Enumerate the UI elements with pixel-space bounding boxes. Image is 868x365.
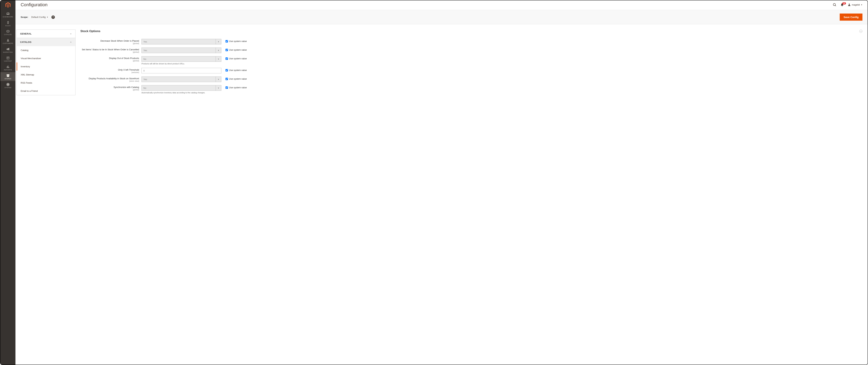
chevron-down-icon: ▼ [216,48,221,53]
field-note: Products will still be shown by direct p… [142,63,221,65]
search-icon[interactable] [833,3,837,7]
tab-rss-feeds[interactable]: RSS Feeds [17,79,75,87]
use-system-label: Use system value [229,69,247,71]
user-icon [848,3,851,6]
nav-marketing[interactable]: MARKETING [0,46,16,55]
nav-dashboard[interactable]: DASHBOARD [0,10,16,19]
nav-catalog[interactable]: CATALOG [0,28,16,37]
field-label: Synchronize with Catalog [81,86,139,89]
user-menu[interactable]: magebit ▼ [848,3,863,6]
field-select-1[interactable]: Yes▼ [142,47,221,53]
use-system-label: Use system value [229,77,247,80]
gear-icon [6,83,10,86]
field-note: Automatically synchronize inventory data… [142,92,221,94]
field-select-5[interactable]: No▼ [142,85,221,91]
field-label: Set Items' Status to be In Stock When Or… [81,48,139,51]
nav-content[interactable]: CONTENT [0,55,16,63]
chevron-down-icon: ▼ [216,56,221,62]
field-select-4[interactable]: Yes▼ [142,76,221,82]
chevron-down-icon: ▼ [861,4,863,6]
field-input-3[interactable] [142,68,221,73]
field-scope: [global] [81,60,139,62]
use-system-label: Use system value [229,40,247,42]
field-scope: [global] [81,89,139,91]
field-label: Only X left Threshold [81,69,139,71]
box-icon [6,30,10,33]
megaphone-icon [6,47,10,51]
dollar-icon [6,21,10,24]
use-system-checkbox-5[interactable] [225,87,228,89]
field-select-2[interactable]: No▼ [142,56,221,62]
config-tabs: GENERAL CATALOG Catalog Visual Merchandi… [17,30,75,97]
use-system-checkbox-1[interactable] [225,49,228,51]
nav-reports[interactable]: REPORTS [0,63,16,72]
field-select-0[interactable]: Yes▼ [142,39,221,44]
tab-visual-merchandiser[interactable]: Visual Merchandiser [17,54,75,62]
save-config-button[interactable]: Save Config [840,13,863,21]
notifications-icon[interactable]: 39 [840,3,844,7]
field-scope: [global] [81,51,139,53]
use-system-label: Use system value [229,57,247,60]
layout-icon [6,56,10,60]
scope-help-icon[interactable]: ? [51,15,55,19]
field-scope: [store view] [81,80,139,82]
tab-inventory[interactable]: Inventory [17,62,75,71]
chevron-down-icon [70,33,72,35]
field-scope: [website] [81,71,139,73]
section-title: Stock Options [81,30,859,33]
bars-icon [6,65,10,69]
use-system-label: Use system value [229,86,247,89]
use-system-checkbox-4[interactable] [225,78,228,80]
nav-customers[interactable]: CUSTOMERS [0,37,16,46]
field-scope: [global] [81,42,139,44]
use-system-checkbox-0[interactable] [225,40,228,42]
page-title: Configuration [21,2,833,7]
notification-badge: 39 [842,2,846,4]
person-icon [6,38,9,42]
gauge-icon [6,12,10,15]
use-system-checkbox-3[interactable] [225,69,228,71]
tab-group-catalog[interactable]: CATALOG [17,38,75,46]
chevron-up-icon [70,41,72,43]
chevron-down-icon: ▼ [216,85,221,91]
chevron-down-icon: ▼ [216,39,221,44]
scope-selector[interactable]: Default Config ▼ [31,16,48,19]
scope-label: Scope: [21,16,28,19]
store-icon [6,74,10,77]
tab-xml-sitemap[interactable]: XML Sitemap [17,71,75,79]
chevron-down-icon: ▼ [47,16,48,18]
field-label: Decrease Stock When Order is Placed [81,39,139,42]
nav-system[interactable]: SYSTEM [0,81,16,90]
magento-logo[interactable] [0,0,16,10]
tab-group-general[interactable]: GENERAL [17,30,75,38]
use-system-checkbox-2[interactable] [225,58,228,60]
field-label: Display Out of Stock Products [81,57,139,60]
nav-sales[interactable]: SALES [0,19,16,28]
use-system-label: Use system value [229,48,247,51]
tab-catalog[interactable]: Catalog [17,46,75,54]
svg-point-0 [833,3,836,5]
collapse-icon[interactable] [859,30,863,33]
nav-stores[interactable]: STORES [0,72,16,81]
tab-email-friend[interactable]: Email to a Friend [17,87,75,95]
field-label: Display Products Availability in Stock o… [81,77,139,80]
chevron-down-icon: ▼ [216,77,221,82]
admin-sidebar: DASHBOARD SALES CATALOG CUSTOMERS MARKET… [0,0,16,365]
